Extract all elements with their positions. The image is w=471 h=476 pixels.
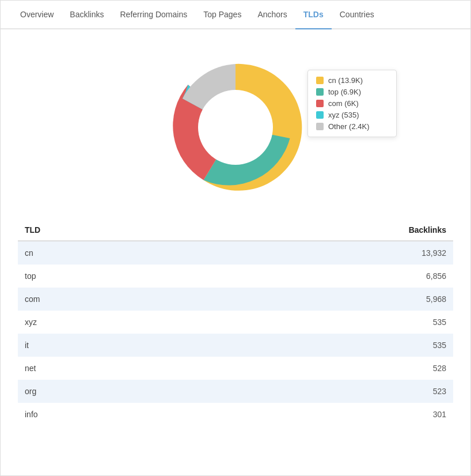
table-row: top 6,856 [18,265,453,288]
nav-tabs: OverviewBacklinksReferring DomainsTop Pa… [1,1,470,29]
donut-hole [198,90,273,165]
nav-tab-countries[interactable]: Countries [332,1,382,29]
tld-cell: com [18,288,176,311]
tooltip-item: xyz (535) [316,111,388,119]
nav-tab-tlds[interactable]: TLDs [295,1,332,29]
tooltip-item: com (6K) [316,99,388,108]
nav-tab-referring-domains[interactable]: Referring Domains [112,1,196,29]
tooltip-item: top (6.9K) [316,88,388,96]
chart-tooltip: cn (13.9K)top (6.9K)com (6K)xyz (535)Oth… [307,70,397,137]
backlinks-cell: 523 [176,380,453,403]
nav-tab-top-pages[interactable]: Top Pages [195,1,249,29]
tld-cell: info [18,403,176,426]
backlinks-cell: 13,932 [176,241,453,265]
tld-cell: org [18,380,176,403]
tooltip-item: Other (2.4K) [316,122,388,131]
donut-svg [161,52,310,202]
table-row: org 523 [18,380,453,403]
backlinks-cell: 535 [176,311,453,334]
backlinks-cell: 535 [176,334,453,357]
nav-tab-overview[interactable]: Overview [12,1,62,29]
nav-tab-backlinks[interactable]: Backlinks [62,1,112,29]
tooltip-color-swatch [316,88,324,96]
tooltip-item-label: cn (13.9K) [328,76,363,85]
donut-chart: cn (13.9K)top (6.9K)com (6K)xyz (535)Oth… [161,52,310,202]
table-row: cn 13,932 [18,241,453,265]
col-backlinks-header: Backlinks [176,220,453,241]
table-row: com 5,968 [18,288,453,311]
tld-cell: it [18,334,176,357]
chart-area: cn (13.9K)top (6.9K)com (6K)xyz (535)Oth… [1,29,470,214]
table-row: it 535 [18,334,453,357]
tld-cell: net [18,357,176,380]
tld-cell: top [18,265,176,288]
table-row: net 528 [18,357,453,380]
table-body: cn 13,932 top 6,856 com 5,968 xyz 535 it… [18,241,453,426]
tooltip-color-swatch [316,123,324,130]
tooltip-item: cn (13.9K) [316,76,388,85]
tld-table: TLD Backlinks cn 13,932 top 6,856 com 5,… [18,220,453,426]
tooltip-color-swatch [316,100,324,107]
nav-tab-anchors[interactable]: Anchors [249,1,295,29]
backlinks-cell: 5,968 [176,288,453,311]
backlinks-cell: 301 [176,403,453,426]
table-row: info 301 [18,403,453,426]
backlinks-cell: 528 [176,357,453,380]
tooltip-color-swatch [316,77,324,84]
table-header-row: TLD Backlinks [18,220,453,241]
tooltip-item-label: com (6K) [328,99,359,108]
tooltip-color-swatch [316,111,324,119]
col-tld-header: TLD [18,220,176,241]
tooltip-item-label: top (6.9K) [328,88,361,96]
tld-cell: xyz [18,311,176,334]
table-row: xyz 535 [18,311,453,334]
tooltip-item-label: xyz (535) [328,111,359,119]
tooltip-item-label: Other (2.4K) [328,122,370,131]
tld-cell: cn [18,241,176,265]
backlinks-cell: 6,856 [176,265,453,288]
table-section: TLD Backlinks cn 13,932 top 6,856 com 5,… [1,214,470,437]
